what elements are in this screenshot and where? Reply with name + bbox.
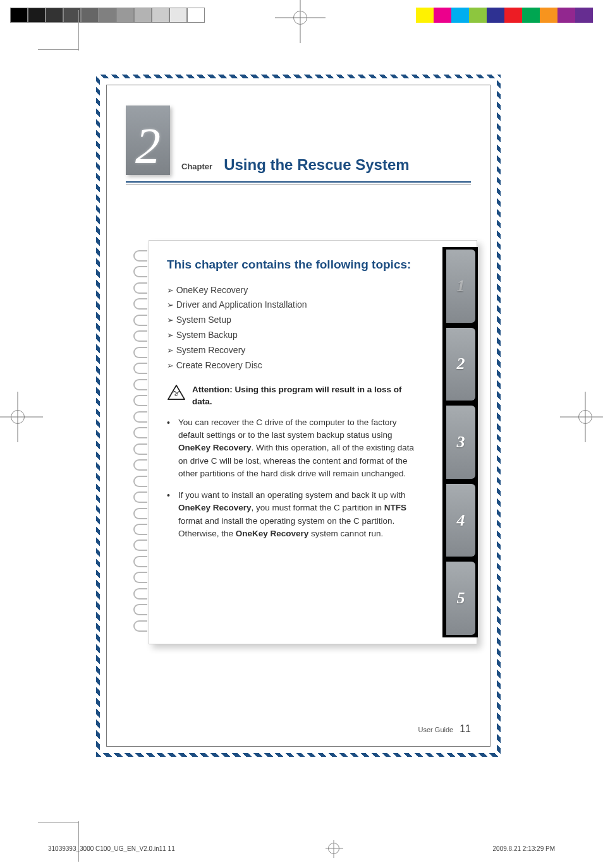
bullet-item: You can recover the C drive of the compu…: [167, 416, 420, 480]
print-footer: 31039393_3000 C100_UG_EN_V2.0.in11 11 20…: [48, 843, 555, 854]
topic-item: Driver and Application Installation: [167, 298, 420, 313]
print-footer-right: 2009.8.21 2:13:29 PM: [493, 845, 555, 852]
spiral-ring: [133, 395, 147, 406]
grey-swatch: [46, 8, 63, 23]
cropmark-bottom: [328, 843, 339, 854]
grey-swatch: [81, 8, 99, 23]
spiral-ring: [133, 508, 147, 519]
spiral-ring: [133, 588, 147, 600]
bullets-list: You can recover the C drive of the compu…: [167, 416, 420, 540]
cropmark-top: [288, 5, 313, 30]
spiral-ring: [133, 524, 147, 535]
spiral-ring: [133, 379, 147, 390]
warning-icon: ꩜: [167, 384, 186, 401]
grey-swatch: [116, 8, 134, 23]
spiral-ring: [133, 282, 147, 294]
trim-line: [78, 821, 79, 862]
spiral-ring: [133, 298, 147, 310]
page-footer: User Guide 11: [418, 723, 471, 735]
spiral-ring: [133, 330, 147, 342]
color-swatch: [522, 8, 540, 23]
page-number: 11: [460, 723, 471, 735]
color-swatch: [434, 8, 451, 23]
topic-item: System Setup: [167, 313, 420, 328]
topic-list: OneKey RecoveryDriver and Application In…: [167, 283, 420, 373]
spiral-ring: [133, 491, 147, 503]
topic-item: System Recovery: [167, 343, 420, 358]
chapter-rule-thin: [126, 184, 471, 184]
topic-item: OneKey Recovery: [167, 283, 420, 298]
color-swatch: [557, 8, 575, 23]
trim-line: [78, 10, 79, 51]
spiral-ring: [133, 266, 147, 277]
card-heading: This chapter contains the following topi…: [167, 257, 420, 273]
index-tab-1: 1: [446, 250, 475, 323]
footer-label: User Guide: [418, 726, 454, 733]
grey-swatch: [152, 8, 169, 23]
grey-swatch: [169, 8, 187, 23]
color-swatch: [575, 8, 593, 23]
attention-text: Attention: Using this program will resul…: [192, 384, 420, 407]
spiral-ring: [133, 363, 147, 374]
index-tabs: 12345: [442, 247, 478, 637]
grey-swatch: [134, 8, 152, 23]
chapter-title: Using the Rescue System: [224, 156, 471, 175]
spiral-ring: [133, 476, 147, 487]
spiral-ring: [133, 620, 147, 632]
spiral-ring: [133, 347, 147, 358]
chapter-label: Chapter: [181, 162, 212, 175]
spiral-ring: [133, 459, 147, 471]
spiral-ring: [133, 572, 147, 583]
topic-item: System Backup: [167, 328, 420, 343]
index-tab-4: 4: [446, 484, 475, 557]
chapter-number: 2: [135, 121, 161, 171]
grey-swatch: [99, 8, 116, 23]
chapter-header: 2 Chapter Using the Rescue System: [126, 105, 471, 175]
bullet-item: If you want to install an operating syst…: [167, 489, 420, 540]
spiral-ring: [133, 604, 147, 615]
index-tab-2: 2: [446, 328, 475, 401]
trim-line: [38, 822, 78, 823]
color-swatch: [504, 8, 522, 23]
index-tab-5: 5: [446, 562, 475, 635]
grey-swatch: [28, 8, 46, 23]
spiral-ring: [133, 556, 147, 567]
cropmark-left: [5, 404, 30, 430]
color-swatch: [469, 8, 487, 23]
cropmark-right: [573, 404, 598, 430]
spiral-ring: [133, 539, 147, 551]
spiral-ring: [133, 250, 147, 262]
grey-swatch: [187, 8, 205, 23]
topic-item: Create Recovery Disc: [167, 358, 420, 373]
spiral-ring: [133, 411, 147, 423]
color-swatch: [487, 8, 504, 23]
topics-card: 12345 This chapter contains the followin…: [149, 240, 477, 644]
grey-swatch: [10, 8, 28, 23]
trim-line: [38, 49, 78, 50]
spiral-ring: [133, 427, 147, 438]
spiral-ring: [133, 315, 147, 326]
print-footer-left: 31039393_3000 C100_UG_EN_V2.0.in11 11: [48, 845, 175, 852]
chapter-rule: [126, 181, 471, 183]
chapter-badge: 2: [126, 105, 170, 175]
color-swatch: [451, 8, 469, 23]
index-tab-3: 3: [446, 406, 475, 479]
attention-row: ꩜ Attention: Using this program will res…: [167, 384, 420, 407]
color-swatch: [540, 8, 557, 23]
color-swatch: [416, 8, 434, 23]
page-frame: 2 Chapter Using the Rescue System 12345 …: [96, 75, 501, 757]
spiral-ring: [133, 443, 147, 455]
